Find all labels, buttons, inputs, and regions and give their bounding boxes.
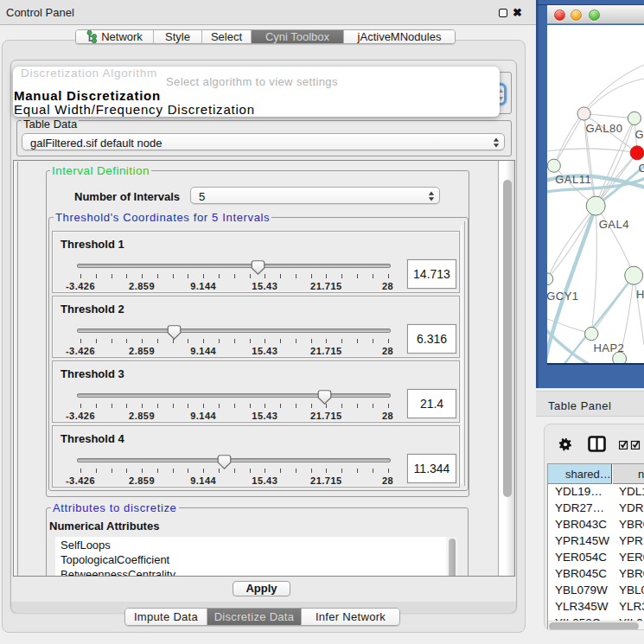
svg-text:C: C <box>639 162 644 175</box>
svg-text:GAL11: GAL11 <box>555 173 591 186</box>
svg-text:GCY1: GCY1 <box>547 290 579 303</box>
svg-text:H: H <box>636 288 644 301</box>
svg-text:GA: GA <box>634 128 644 141</box>
svg-text:GAL4: GAL4 <box>599 218 629 231</box>
svg-text:GAL80: GAL80 <box>586 122 623 135</box>
svg-text:HAP2: HAP2 <box>593 341 624 354</box>
